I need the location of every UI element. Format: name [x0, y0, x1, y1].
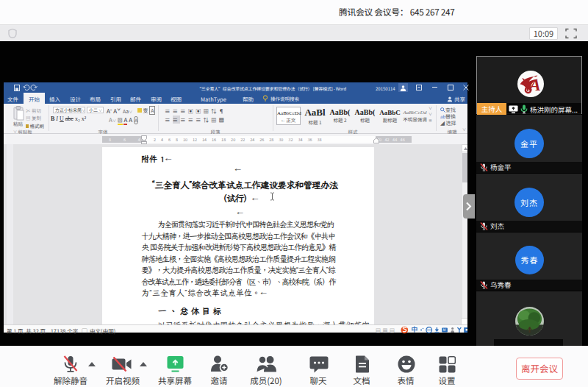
svg-text:中: 中	[412, 326, 418, 334]
svg-text:M: M	[443, 327, 446, 332]
